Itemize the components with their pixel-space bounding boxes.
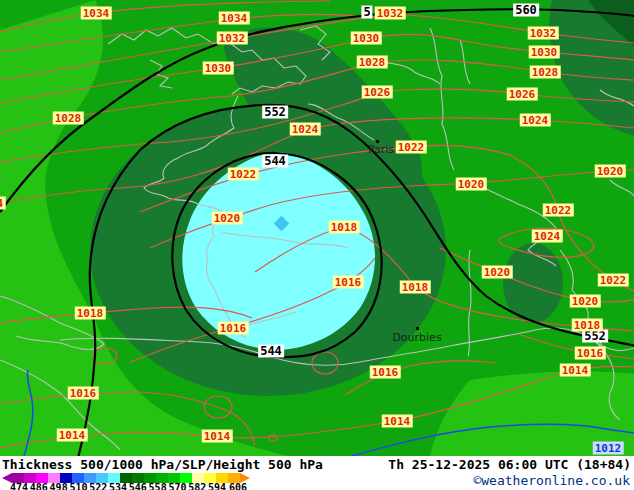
colorbar-tick-510: 510 [69, 482, 87, 490]
isobar-label-1014: 1014 [560, 364, 591, 377]
isobar-label-1030: 1030 [203, 62, 234, 75]
isobar-label-1020: 1020 [482, 266, 513, 279]
height-label-544: 544 [258, 345, 284, 358]
colorbar-tick-582: 582 [188, 482, 206, 490]
isobar-label-1024: 1024 [0, 197, 5, 210]
isobar-label-1016: 1016 [218, 322, 249, 335]
isobar-label-1022: 1022 [396, 141, 427, 154]
height-label-5: 5 [361, 6, 372, 19]
isobar-label-1026: 1026 [507, 88, 538, 101]
isobar-label-1012: 1012 [593, 442, 624, 455]
map-title: Thickness 500/1000 hPa/SLP/Height 500 hP… [2, 457, 323, 472]
valid-time: Th 25-12-2025 06:00 UTC (18+84) [388, 457, 631, 472]
isobar-label-1028: 1028 [357, 56, 388, 69]
colorbar-tick-606: 606 [229, 482, 247, 490]
isobar-label-1014: 1014 [57, 429, 88, 442]
isobar-label-1022: 1022 [543, 204, 574, 217]
colorbar-tick-594: 594 [208, 482, 226, 490]
isobar-label-1018: 1018 [572, 319, 603, 332]
isobar-label-1022: 1022 [228, 168, 259, 181]
colorbar-tick-534: 534 [109, 482, 127, 490]
isobar-label-1018: 1018 [329, 221, 360, 234]
isobar-label-1032: 1032 [375, 7, 406, 20]
colorbar-tick-474: 474 [10, 482, 28, 490]
isobar-label-1032: 1032 [217, 32, 248, 45]
colorbar-tick-486: 486 [30, 482, 48, 490]
isobar-label-1034: 1034 [219, 12, 250, 25]
colorbar-tick-546: 546 [129, 482, 147, 490]
isobar-label-1030: 1030 [529, 46, 560, 59]
isobar-label-1034: 1034 [81, 7, 112, 20]
isobar-label-1022: 1022 [598, 274, 629, 287]
isobar-label-1020: 1020 [570, 295, 601, 308]
isobar-label-1028: 1028 [53, 112, 84, 125]
isobar-label-1024: 1024 [290, 123, 321, 136]
colorbar-tick-570: 570 [168, 482, 186, 490]
isobar-label-1020: 1020 [595, 165, 626, 178]
colorbar-tick-522: 522 [89, 482, 107, 490]
isobar-label-1020: 1020 [456, 178, 487, 191]
isobar-label-1018: 1018 [400, 281, 431, 294]
copyright-link[interactable]: ©weatheronline.co.uk [473, 473, 630, 488]
map-canvas: 5605552552544544103410341032103210321030… [0, 0, 634, 456]
isobar-label-1028: 1028 [530, 66, 561, 79]
isobar-label-1026: 1026 [362, 86, 393, 99]
footer-bar: Thickness 500/1000 hPa/SLP/Height 500 hP… [0, 456, 634, 490]
isobar-label-1014: 1014 [202, 430, 233, 443]
isobar-label-1020: 1020 [212, 212, 243, 225]
isobar-label-1016: 1016 [333, 276, 364, 289]
height-label-544: 544 [262, 155, 288, 168]
isobar-label-1024: 1024 [532, 230, 563, 243]
colorbar-tick-498: 498 [50, 482, 68, 490]
isobar-label-1014: 1014 [382, 415, 413, 428]
isobar-label-1016: 1016 [575, 347, 606, 360]
height-label-560: 560 [513, 4, 539, 17]
city-label-dourbies: Dourbies [392, 331, 441, 344]
isobar-label-1016: 1016 [68, 387, 99, 400]
colorbar-tick-558: 558 [149, 482, 167, 490]
height-label-552: 552 [262, 106, 288, 119]
isobar-label-1024: 1024 [520, 114, 551, 127]
isobar-label-1016: 1016 [370, 366, 401, 379]
isobar-label-1018: 1018 [75, 307, 106, 320]
city-label-paris: Paris [368, 143, 394, 156]
isobar-label-1030: 1030 [351, 32, 382, 45]
isobar-label-1032: 1032 [528, 27, 559, 40]
weather-map-page: 5605552552544544103410341032103210321030… [0, 0, 634, 490]
map-label-layer: 5605552552544544103410341032103210321030… [0, 0, 634, 456]
